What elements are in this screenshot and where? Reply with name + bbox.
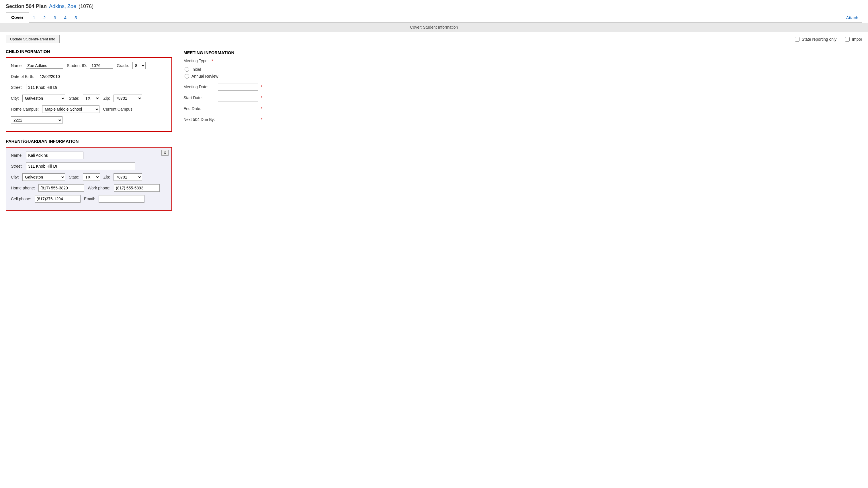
update-student-parent-button[interactable]: Update Student/Parent Info — [6, 35, 60, 43]
left-section: CHILD INFORMATION Name: Student ID: Grad… — [6, 49, 172, 210]
child-row-street: Street: — [11, 84, 167, 91]
child-current-campus-label: Current Campus: — [103, 107, 133, 111]
toolbar-right: State reporting only Impor — [795, 37, 862, 41]
child-zip-label: Zip: — [103, 96, 110, 101]
student-name-link[interactable]: Adkins, Zoe — [49, 3, 76, 9]
radio-annual-review-label: Annual Review — [191, 74, 218, 78]
child-city-label: City: — [11, 96, 19, 101]
parent-name-label: Name: — [11, 153, 23, 158]
parent-home-phone-input[interactable] — [38, 184, 84, 192]
child-student-id-label: Student ID: — [67, 63, 87, 68]
child-grade-label: Grade: — [117, 63, 129, 68]
tab-2[interactable]: 2 — [39, 13, 50, 22]
parent-city-label: City: — [11, 175, 19, 180]
child-city-select[interactable]: Galveston — [22, 95, 65, 102]
parent-home-phone-label: Home phone: — [11, 186, 35, 190]
radio-initial[interactable]: Initial — [185, 67, 862, 72]
meeting-date-required: * — [261, 85, 262, 89]
child-state-label: State: — [69, 96, 80, 101]
child-row-city: City: Galveston State: TX Zip: 78701 — [11, 95, 167, 102]
child-dob-input[interactable] — [38, 73, 72, 80]
meeting-type-row: Meeting Type: * — [183, 59, 862, 63]
parent-zip-select[interactable]: 78701 — [114, 173, 142, 181]
meeting-type-label: Meeting Type: — [183, 59, 209, 63]
tab-5[interactable]: 5 — [70, 13, 81, 22]
child-info-heading: CHILD INFORMATION — [6, 49, 172, 54]
parent-row-name: Name: — [11, 152, 167, 159]
parent-street-label: Street: — [11, 164, 23, 168]
parent-row-street: Street: — [11, 162, 167, 170]
parent-info-box: X Name: Street: City: Galveston — [6, 147, 172, 210]
parent-street-input[interactable] — [26, 162, 135, 170]
parent-state-select[interactable]: TX — [83, 173, 100, 181]
tab-3[interactable]: 3 — [50, 13, 60, 22]
end-date-input[interactable] — [218, 105, 258, 112]
child-street-label: Street: — [11, 85, 23, 90]
child-name-label: Name: — [11, 63, 23, 68]
child-row-dob: Date of Birth: — [11, 73, 167, 80]
start-date-row: Start Date: * — [183, 94, 862, 101]
attach-link[interactable]: Attach — [842, 13, 862, 22]
child-current-campus-select[interactable]: 2222 — [11, 116, 62, 124]
meeting-date-row: Meeting Date: * — [183, 83, 862, 91]
child-name-input[interactable] — [26, 63, 63, 69]
state-reporting-checkbox-label[interactable]: State reporting only — [795, 37, 836, 41]
parent-cell-phone-label: Cell phone: — [11, 197, 31, 201]
start-date-label: Start Date: — [183, 95, 215, 100]
right-section: MEETING INFORMATION Meeting Type: * Init… — [183, 50, 862, 210]
next-504-label: Next 504 Due By: — [183, 117, 215, 122]
parent-work-phone-input[interactable] — [114, 184, 160, 192]
parent-name-input[interactable] — [26, 152, 84, 159]
parent-zip-label: Zip: — [103, 175, 110, 180]
page-header: Section 504 Plan Adkins, Zoe (1076) Cove… — [0, 0, 868, 23]
meeting-type-radio-group: Initial Annual Review — [185, 67, 862, 78]
start-date-input[interactable] — [218, 94, 258, 101]
next-504-input[interactable] — [218, 116, 258, 123]
child-row-name: Name: Student ID: Grade: 7 8 9 10 — [11, 62, 167, 69]
next-504-row: Next 504 Due By: * — [183, 116, 862, 123]
child-row-campus: Home Campus: Maple Middle School Current… — [11, 105, 167, 124]
radio-initial-label: Initial — [191, 67, 201, 72]
meeting-info-heading: MEETING INFORMATION — [183, 50, 862, 55]
student-id: (1076) — [79, 3, 93, 9]
tab-4[interactable]: 4 — [60, 13, 70, 22]
next-504-required: * — [261, 117, 262, 122]
page-title: Section 504 Plan — [6, 3, 47, 9]
sub-header: Cover: Student Information — [0, 23, 868, 32]
child-home-campus-select[interactable]: Maple Middle School — [42, 105, 99, 113]
end-date-label: End Date: — [183, 106, 215, 111]
end-date-required: * — [261, 106, 262, 111]
meeting-date-input[interactable] — [218, 83, 258, 91]
tab-cover[interactable]: Cover — [6, 12, 29, 23]
import-checkbox-label[interactable]: Impor — [845, 37, 862, 41]
child-state-select[interactable]: TX — [83, 95, 100, 102]
parent-cell-phone-input[interactable] — [35, 195, 81, 203]
toolbar: Update Student/Parent Info State reporti… — [0, 32, 868, 46]
child-dob-label: Date of Birth: — [11, 74, 34, 79]
parent-email-input[interactable] — [99, 195, 145, 203]
tab-1[interactable]: 1 — [29, 13, 39, 22]
start-date-required: * — [261, 95, 262, 100]
child-grade-select[interactable]: 7 8 9 10 — [132, 62, 146, 69]
state-reporting-checkbox[interactable] — [795, 37, 800, 41]
parent-work-phone-label: Work phone: — [88, 186, 111, 190]
meeting-date-label: Meeting Date: — [183, 85, 215, 89]
end-date-row: End Date: * — [183, 105, 862, 112]
parent-state-label: State: — [69, 175, 80, 180]
child-home-campus-label: Home Campus: — [11, 107, 39, 111]
child-street-input[interactable] — [26, 84, 135, 91]
radio-initial-input[interactable] — [185, 67, 189, 72]
parent-city-select[interactable]: Galveston — [22, 173, 65, 181]
child-zip-select[interactable]: 78701 — [114, 95, 142, 102]
child-student-id-input[interactable] — [90, 63, 113, 69]
meeting-type-required: * — [212, 59, 213, 63]
parent-info-heading: PARENT/GUARDIAN INFORMATION — [6, 139, 172, 143]
radio-annual-review[interactable]: Annual Review — [185, 74, 862, 78]
close-parent-button[interactable]: X — [161, 150, 168, 156]
import-checkbox[interactable] — [845, 37, 850, 41]
parent-row-phones: Home phone: Work phone: — [11, 184, 167, 192]
main-content: CHILD INFORMATION Name: Student ID: Grad… — [0, 46, 868, 216]
parent-row-city: City: Galveston State: TX Zip: 78701 — [11, 173, 167, 181]
tabs-row: Cover 1 2 3 4 5 Attach — [6, 12, 862, 23]
radio-annual-review-input[interactable] — [185, 74, 189, 78]
